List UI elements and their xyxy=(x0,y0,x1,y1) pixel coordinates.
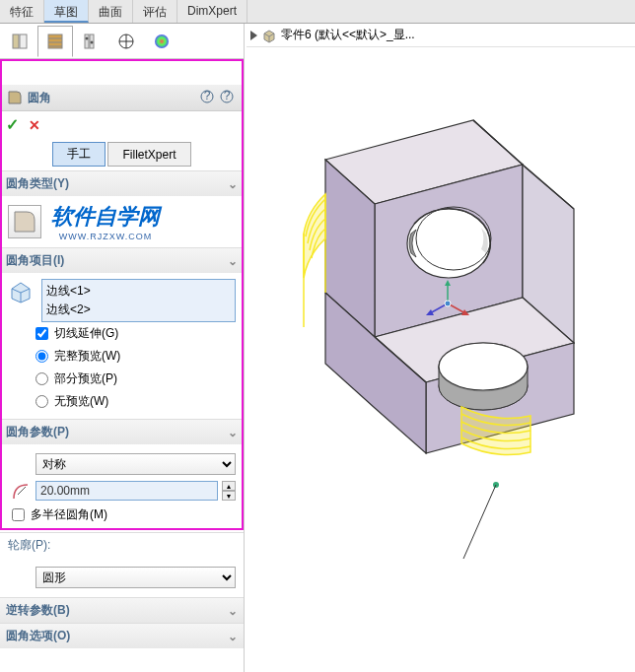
svg-rect-5 xyxy=(20,34,27,48)
fillet-items-section: 圆角项目(I) ⌄ 边线<1> 边线<2> 切线延伸(G) 完整预览(W) xyxy=(0,247,244,419)
options-header[interactable]: 圆角选项(O) ⌄ xyxy=(0,624,244,648)
multi-radius-checkbox[interactable] xyxy=(12,508,25,521)
profile-section: 轮廓(P): 圆形 xyxy=(0,532,244,597)
radio-label: 完整预览(W) xyxy=(54,348,120,365)
tab-sketch[interactable]: 草图 xyxy=(44,0,89,23)
collapse-icon: ⌄ xyxy=(228,630,238,643)
svg-point-34 xyxy=(445,301,451,306)
property-manager-tab[interactable] xyxy=(37,26,73,57)
fillet-icon xyxy=(6,89,24,106)
part-icon xyxy=(261,28,277,43)
display-manager-tab[interactable] xyxy=(144,26,179,57)
fillet-params-section: 圆角参数(P) ⌄ 对称 ▲ ▼ 多半径圆角(M) xyxy=(0,419,244,532)
svg-rect-4 xyxy=(13,34,19,48)
fillet-type-constant[interactable] xyxy=(8,205,41,238)
feature-header: 圆角 ? ? xyxy=(0,85,244,111)
section-label: 逆转参数(B) xyxy=(6,602,70,619)
section-label: 圆角参数(P) xyxy=(6,424,69,440)
svg-point-13 xyxy=(91,41,94,44)
no-preview-radio[interactable] xyxy=(35,395,48,408)
svg-point-17 xyxy=(155,34,169,48)
watermark: 软件自学网 WWW.RJZXW.COM xyxy=(51,202,160,241)
dimxpert-manager-tab[interactable] xyxy=(108,26,144,57)
spinner-up[interactable]: ▲ xyxy=(222,481,236,491)
checkbox-label: 多半径圆角(M) xyxy=(31,506,107,523)
svg-text:?: ? xyxy=(224,90,231,102)
confirm-row: ✓ ✕ xyxy=(0,111,244,138)
feature-manager-tab[interactable] xyxy=(2,26,37,57)
tab-dimxpert[interactable]: DimXpert xyxy=(177,0,247,23)
radius-input[interactable] xyxy=(35,481,218,501)
fillet-type-header[interactable]: 圆角类型(Y) ⌄ xyxy=(0,171,244,196)
collapse-icon: ⌄ xyxy=(228,177,238,191)
ok-button[interactable]: ✓ xyxy=(6,115,19,134)
list-item[interactable]: 边线<1> xyxy=(46,282,231,301)
panel-content: 圆角 ? ? ✓ ✕ 手工 FilletXpert 圆角类型(Y) ⌄ xyxy=(0,85,244,672)
viewport-header: 零件6 (默认<<默认>_显... xyxy=(247,24,635,47)
options-section: 圆角选项(O) ⌄ xyxy=(0,623,244,648)
property-manager-panel: 圆角 ? ? ✓ ✕ 手工 FilletXpert 圆角类型(Y) ⌄ xyxy=(0,24,245,672)
manager-tabs xyxy=(0,24,244,59)
selection-list[interactable]: 边线<1> 边线<2> xyxy=(41,279,236,322)
configuration-manager-tab[interactable] xyxy=(73,26,108,57)
help-icon-2[interactable]: ? xyxy=(220,90,236,105)
svg-line-36 xyxy=(463,485,496,559)
section-label: 圆角类型(Y) xyxy=(6,175,69,192)
full-preview-radio[interactable] xyxy=(35,350,48,363)
part-name[interactable]: 零件6 (默认<<默认>_显... xyxy=(281,27,415,43)
manual-mode-button[interactable]: 手工 xyxy=(52,142,106,167)
radio-label: 部分预览(P) xyxy=(54,370,117,387)
feature-title: 圆角 xyxy=(28,90,198,106)
svg-point-12 xyxy=(86,37,89,40)
radius-spinner: ▲ ▼ xyxy=(222,481,236,501)
list-item[interactable]: 边线<2> xyxy=(46,301,231,319)
reverse-header[interactable]: 逆转参数(B) ⌄ xyxy=(0,598,244,623)
svg-line-22 xyxy=(18,487,26,495)
profile-select[interactable]: 圆形 xyxy=(35,567,236,588)
help-icon-1[interactable]: ? xyxy=(200,90,216,105)
fillet-type-section: 圆角类型(Y) ⌄ 软件自学网 WWW.RJZXW.COM xyxy=(0,170,244,247)
svg-point-27 xyxy=(439,343,528,390)
tab-surface[interactable]: 曲面 xyxy=(89,0,133,23)
reverse-section: 逆转参数(B) ⌄ xyxy=(0,597,244,623)
section-label: 圆角项目(I) xyxy=(6,252,64,269)
collapse-icon: ⌄ xyxy=(228,426,238,439)
tangent-propagation-checkbox[interactable] xyxy=(35,327,48,340)
section-label: 圆角选项(O) xyxy=(6,628,70,644)
collapse-icon: ⌄ xyxy=(228,254,238,268)
cancel-button[interactable]: ✕ xyxy=(29,117,40,133)
watermark-text: 软件自学网 xyxy=(51,202,160,232)
collapse-icon: ⌄ xyxy=(228,604,238,618)
watermark-sub: WWW.RJZXW.COM xyxy=(59,232,152,241)
checkbox-label: 切线延伸(G) xyxy=(54,325,118,342)
filletxpert-mode-button[interactable]: FilletXpert xyxy=(107,142,190,167)
mode-row: 手工 FilletXpert xyxy=(0,138,244,170)
svg-point-23 xyxy=(407,209,490,278)
svg-rect-10 xyxy=(85,34,89,48)
profile-label: 轮廓(P): xyxy=(0,533,244,558)
radius-icon xyxy=(12,481,32,501)
radio-label: 无预览(W) xyxy=(54,393,108,410)
fillet-items-header[interactable]: 圆角项目(I) ⌄ xyxy=(0,248,244,273)
fillet-params-header[interactable]: 圆角参数(P) ⌄ xyxy=(0,420,244,444)
graphics-viewport[interactable]: 零件6 (默认<<默认>_显... xyxy=(247,24,635,672)
svg-text:?: ? xyxy=(204,90,211,102)
tab-evaluate[interactable]: 评估 xyxy=(133,0,177,23)
partial-preview-radio[interactable] xyxy=(35,372,48,385)
command-manager-tabs: 特征 草图 曲面 评估 DimXpert xyxy=(0,0,635,24)
edge-selection-icon xyxy=(8,279,35,306)
spinner-down[interactable]: ▼ xyxy=(222,491,236,501)
expand-icon[interactable] xyxy=(250,31,257,40)
symmetry-select[interactable]: 对称 xyxy=(35,453,236,475)
model-view[interactable]: 半径: 20mm xyxy=(247,71,635,672)
tab-features[interactable]: 特征 xyxy=(0,0,44,23)
